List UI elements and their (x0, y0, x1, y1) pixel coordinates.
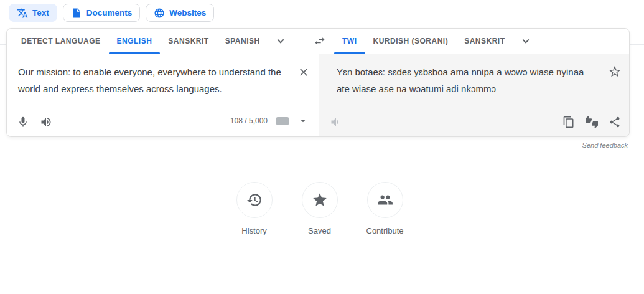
more-target-languages-button[interactable] (513, 29, 538, 54)
shortcuts-row: History Saved Contribute (222, 182, 418, 235)
star-outline-icon (608, 65, 622, 78)
contribute-label: Contribute (366, 226, 404, 235)
source-language-tabs: DETECT LANGUAGE ENGLISH SANSKRIT SPANISH (13, 29, 293, 54)
target-tab-kurdish-sorani[interactable]: KURDISH (SORANI) (365, 29, 457, 54)
documents-mode-button[interactable]: Documents (63, 4, 141, 22)
save-translation-button[interactable] (607, 64, 623, 80)
websites-mode-button[interactable]: Websites (146, 4, 214, 22)
clear-source-text-button[interactable] (296, 65, 311, 80)
target-toolbar-left (330, 116, 342, 128)
document-icon (71, 7, 82, 19)
target-tab-twi[interactable]: TWI (334, 29, 365, 54)
listen-translation-button[interactable] (330, 116, 342, 128)
text-mode-button[interactable]: Text (9, 4, 57, 22)
rate-translation-button[interactable] (586, 116, 598, 128)
chevron-down-icon (274, 34, 287, 48)
saved-circle[interactable] (302, 182, 338, 218)
source-tab-english[interactable]: ENGLISH (109, 29, 161, 54)
speaker-icon (40, 116, 52, 128)
share-translation-button[interactable] (609, 116, 621, 128)
tab-label: KURDISH (SORANI) (373, 37, 449, 45)
tab-label: TWI (342, 37, 357, 45)
source-tab-detect-language[interactable]: DETECT LANGUAGE (13, 29, 109, 54)
more-source-languages-button[interactable] (268, 29, 293, 54)
voice-input-button[interactable] (17, 116, 29, 128)
history-label: History (241, 226, 266, 235)
character-count: 108 / 5,000 (230, 116, 268, 125)
share-icon (609, 116, 621, 128)
tab-label: SPANISH (225, 37, 260, 45)
copy-icon (562, 116, 575, 128)
caret-down-icon (297, 115, 309, 126)
tab-label: SANSKRIT (168, 37, 208, 45)
chevron-down-icon (519, 34, 533, 48)
thumbs-up-down-icon (586, 116, 598, 128)
source-tab-sanskrit[interactable]: SANSKRIT (160, 29, 217, 54)
keyboard-icon[interactable] (276, 117, 289, 125)
source-panel: Our mission: to enable everyone, everywh… (7, 54, 319, 136)
copy-translation-button[interactable] (562, 116, 575, 128)
source-tab-spanish[interactable]: SPANISH (217, 29, 268, 54)
websites-mode-label: Websites (169, 8, 206, 17)
target-language-tabs: TWI KURDISH (SORANI) SANSKRIT (307, 29, 538, 54)
target-toolbar-right (562, 116, 621, 128)
saved-shortcut[interactable]: Saved (287, 182, 352, 235)
tab-label: SANSKRIT (464, 37, 505, 45)
speaker-muted-icon (330, 116, 342, 128)
translated-text: Yɛn botaeɛ: sɛdeɛ yɛbɛboa ama nnipa a wɔ… (337, 64, 598, 97)
history-shortcut[interactable]: History (222, 182, 287, 235)
source-toolbar-right: 108 / 5,000 (230, 115, 309, 126)
microphone-icon (17, 116, 29, 128)
people-icon (377, 192, 393, 208)
source-text-input[interactable]: Our mission: to enable everyone, everywh… (18, 64, 299, 97)
source-toolbar (17, 116, 52, 128)
globe-icon (154, 7, 165, 19)
translate-icon (17, 7, 28, 19)
tab-label: ENGLISH (117, 37, 152, 45)
translate-body: Our mission: to enable everyone, everywh… (7, 54, 629, 136)
saved-label: Saved (308, 226, 331, 235)
listen-source-button[interactable] (40, 116, 52, 128)
text-mode-label: Text (32, 8, 49, 17)
history-circle[interactable] (236, 182, 273, 218)
input-tools-dropdown-button[interactable] (297, 115, 309, 126)
target-panel: Yɛn botaeɛ: sɛdeɛ yɛbɛboa ama nnipa a wɔ… (319, 54, 629, 136)
contribute-circle[interactable] (367, 182, 403, 218)
translate-card: DETECT LANGUAGE ENGLISH SANSKRIT SPANISH (6, 28, 630, 137)
swap-arrows-icon (314, 35, 326, 47)
swap-languages-button[interactable] (307, 29, 332, 54)
close-icon (297, 66, 310, 78)
tab-label: DETECT LANGUAGE (21, 37, 101, 45)
star-filled-icon (312, 192, 328, 208)
google-translate-page: Text Documents Websites DETECT LANGUAGE … (0, 0, 644, 294)
target-tab-sanskrit[interactable]: SANSKRIT (456, 29, 513, 54)
language-header: DETECT LANGUAGE ENGLISH SANSKRIT SPANISH (7, 29, 629, 54)
send-feedback-link[interactable]: Send feedback (582, 141, 628, 149)
history-icon (246, 192, 263, 208)
mode-bar: Text Documents Websites (9, 4, 214, 22)
documents-mode-label: Documents (86, 8, 133, 17)
contribute-shortcut[interactable]: Contribute (352, 182, 418, 235)
